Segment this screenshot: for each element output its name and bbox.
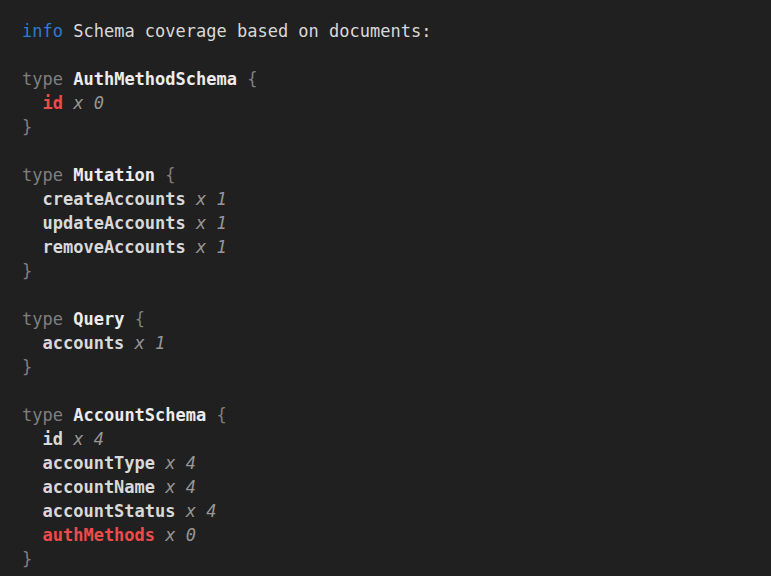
field-coverage-line: accountStatus x 4	[22, 499, 763, 523]
type-declaration: type AuthMethodSchema {	[22, 67, 763, 91]
type-block-query: type Query { accounts x 1 }	[22, 307, 763, 379]
close-brace: }	[22, 549, 32, 569]
field-hit-count: x 1	[196, 189, 227, 209]
field-name: accountName	[42, 477, 155, 497]
type-name: AccountSchema	[73, 405, 206, 425]
field-coverage-line: id x 0	[22, 91, 763, 115]
type-block-authmethodschema: type AuthMethodSchema { id x 0 }	[22, 67, 763, 139]
field-coverage-line: accounts x 1	[22, 331, 763, 355]
field-hit-count: x 4	[73, 429, 104, 449]
terminal-output: info Schema coverage based on documents:…	[0, 0, 771, 571]
field-hit-count: x 4	[165, 477, 196, 497]
type-declaration: type Query {	[22, 307, 763, 331]
close-brace-line: }	[22, 115, 763, 139]
field-coverage-line: authMethods x 0	[22, 523, 763, 547]
field-hit-count: x 1	[196, 213, 227, 233]
field-coverage-line: id x 4	[22, 427, 763, 451]
type-keyword: type	[22, 165, 63, 185]
field-name: createAccounts	[42, 189, 185, 209]
type-declaration: type Mutation {	[22, 163, 763, 187]
close-brace: }	[22, 357, 32, 377]
type-declaration: type AccountSchema {	[22, 403, 763, 427]
field-coverage-line: updateAccounts x 1	[22, 211, 763, 235]
field-hit-count: x 0	[73, 93, 104, 113]
field-hit-count: x 4	[165, 453, 196, 473]
type-name: Query	[73, 309, 124, 329]
open-brace: {	[135, 309, 145, 329]
info-line: info Schema coverage based on documents:	[22, 19, 763, 43]
field-hit-count: x 4	[186, 501, 217, 521]
blank-line	[22, 379, 763, 403]
field-name: accountType	[42, 453, 155, 473]
field-name: accounts	[42, 333, 124, 353]
close-brace-line: }	[22, 355, 763, 379]
type-keyword: type	[22, 309, 63, 329]
field-name: removeAccounts	[42, 237, 185, 257]
field-name: accountStatus	[42, 501, 175, 521]
type-name: AuthMethodSchema	[73, 69, 237, 89]
field-coverage-line: removeAccounts x 1	[22, 235, 763, 259]
field-coverage-line: createAccounts x 1	[22, 187, 763, 211]
close-brace: }	[22, 261, 32, 281]
type-keyword: type	[22, 405, 63, 425]
field-coverage-line: accountName x 4	[22, 475, 763, 499]
field-hit-count: x 1	[135, 333, 166, 353]
close-brace-line: }	[22, 547, 763, 571]
type-name: Mutation	[73, 165, 155, 185]
field-hit-count: x 1	[196, 237, 227, 257]
blank-line	[22, 139, 763, 163]
type-block-mutation: type Mutation { createAccounts x 1 updat…	[22, 163, 763, 283]
field-name: authMethods	[42, 525, 155, 545]
open-brace: {	[165, 165, 175, 185]
field-name: id	[42, 429, 62, 449]
close-brace: }	[22, 117, 32, 137]
field-name: id	[42, 93, 62, 113]
field-coverage-line: accountType x 4	[22, 451, 763, 475]
info-message: Schema coverage based on documents:	[73, 21, 431, 41]
type-keyword: type	[22, 69, 63, 89]
blank-line	[22, 283, 763, 307]
field-hit-count: x 0	[165, 525, 196, 545]
open-brace: {	[247, 69, 257, 89]
blank-line	[22, 43, 763, 67]
close-brace-line: }	[22, 259, 763, 283]
info-badge: info	[22, 21, 63, 41]
type-block-accountschema: type AccountSchema { id x 4 accountType …	[22, 403, 763, 571]
field-name: updateAccounts	[42, 213, 185, 233]
open-brace: {	[217, 405, 227, 425]
